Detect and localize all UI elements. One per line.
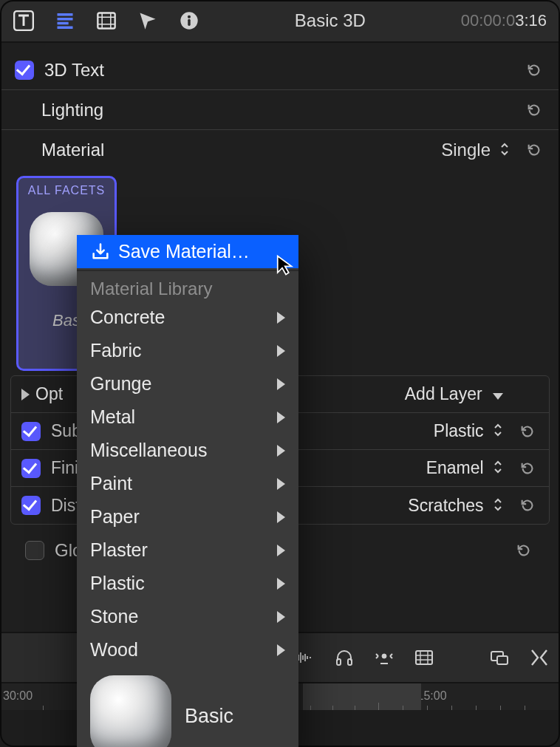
submenu-arrow-icon (277, 578, 285, 590)
menu-item-paint[interactable]: Paint (77, 467, 298, 500)
checkbox-glow[interactable] (25, 541, 44, 560)
menu-item-grunge[interactable]: Grunge (77, 367, 298, 400)
menu-item-stone[interactable]: Stone (77, 600, 298, 633)
reset-substance[interactable] (516, 420, 539, 443)
timecode-length: 3:16 (515, 11, 547, 30)
submenu-arrow-icon (277, 611, 285, 623)
checkbox-3d-text[interactable] (15, 61, 34, 80)
material-value[interactable]: Single (441, 140, 510, 160)
substance-value-text: Plastic (434, 421, 484, 440)
timecode: 00:00:03:16 (461, 11, 547, 30)
finish-value-text: Enamel (426, 458, 484, 477)
submenu-arrow-icon (277, 478, 285, 490)
row-3d-text: 3D Text (0, 50, 560, 90)
save-tray-icon (90, 242, 111, 262)
add-layer-button[interactable]: Add Layer (405, 384, 503, 404)
label-lighting: Lighting (41, 100, 510, 120)
facet-header: ALL FACETS (23, 184, 110, 197)
svg-rect-5 (337, 659, 341, 665)
menu-save-material[interactable]: Save Material… (77, 235, 298, 268)
svg-rect-6 (348, 659, 352, 665)
text-tool-icon[interactable] (13, 10, 34, 31)
chevron-updown-icon (493, 458, 503, 478)
menu-item-plaster[interactable]: Plaster (77, 533, 298, 567)
reset-glow[interactable] (513, 539, 535, 562)
chevron-down-icon (493, 393, 503, 400)
paragraph-tool-icon[interactable] (55, 10, 75, 31)
headphones-icon[interactable] (331, 644, 358, 671)
menu-item-wood[interactable]: Wood (77, 633, 298, 666)
material-popup: Save Material… Material Library Concrete… (77, 235, 298, 747)
mouse-cursor-icon (275, 254, 297, 279)
skimming-icon[interactable] (371, 644, 397, 671)
submenu-arrow-icon (277, 445, 285, 457)
menu-item-plastic[interactable]: Plastic (77, 567, 298, 600)
submenu-arrow-icon (277, 545, 285, 556)
svg-rect-10 (497, 656, 508, 664)
menu-item-fabric[interactable]: Fabric (77, 334, 298, 367)
checkbox-distress[interactable] (21, 496, 41, 515)
arrow-tool-icon[interactable] (137, 10, 158, 31)
reset-finish[interactable] (516, 457, 539, 480)
menu-item-paper[interactable]: Paper (77, 500, 298, 533)
svg-rect-4 (188, 19, 191, 26)
label-3d-text: 3D Text (44, 60, 510, 81)
reset-3d-text[interactable] (523, 59, 545, 81)
substance-value[interactable]: Plastic (434, 421, 503, 441)
menu-item-concrete[interactable]: Concrete (77, 301, 298, 334)
checkbox-finish[interactable] (21, 459, 41, 478)
material-sphere-icon (90, 675, 171, 747)
submenu-arrow-icon (277, 644, 285, 656)
chevron-updown-icon (493, 421, 503, 441)
add-layer-label: Add Layer (405, 384, 482, 403)
submenu-arrow-icon (277, 412, 285, 423)
svg-point-7 (382, 654, 386, 658)
distress-value[interactable]: Scratches (408, 496, 503, 516)
svg-rect-1 (98, 13, 115, 29)
menu-item-basic[interactable]: Basic (77, 666, 298, 747)
menu-separator (77, 270, 298, 271)
menu-item-miscellaneous[interactable]: Miscellaneous (77, 434, 298, 467)
submenu-arrow-icon (277, 378, 285, 390)
timecode-prefix: 00:00:0 (461, 11, 515, 30)
full-screen-icon[interactable] (526, 644, 553, 671)
inspector-topbar: Basic 3D 00:00:03:16 (0, 0, 560, 43)
reset-material[interactable] (523, 139, 545, 161)
inspector-title: Basic 3D (199, 10, 461, 31)
row-lighting[interactable]: Lighting (0, 90, 560, 130)
label-material: Material (41, 140, 441, 160)
reset-distress[interactable] (516, 494, 539, 516)
menu-save-material-label: Save Material… (118, 241, 250, 262)
svg-point-3 (188, 16, 191, 18)
secondary-display-icon[interactable] (486, 644, 513, 671)
material-value-text: Single (441, 140, 491, 160)
svg-rect-8 (416, 651, 432, 664)
topbar-icon-group (13, 10, 199, 31)
filmstrip-icon[interactable] (411, 644, 437, 671)
submenu-arrow-icon (277, 312, 285, 324)
chevron-updown-icon (493, 496, 503, 516)
checkbox-substance[interactable] (21, 422, 41, 441)
distress-value-text: Scratches (408, 496, 483, 515)
menu-section-label: Material Library (77, 276, 298, 301)
info-circle-icon[interactable] (179, 10, 199, 31)
menu-item-metal[interactable]: Metal (77, 400, 298, 434)
chevron-updown-icon (499, 140, 510, 160)
ruler-label-left: 30:00 (3, 689, 33, 703)
disclosure-triangle-icon[interactable] (21, 389, 30, 400)
submenu-arrow-icon (277, 345, 285, 357)
menu-item-basic-label: Basic (185, 705, 233, 728)
reset-lighting[interactable] (523, 99, 545, 121)
video-tool-icon[interactable] (96, 10, 117, 31)
submenu-arrow-icon (277, 511, 285, 523)
row-material[interactable]: Material Single (0, 130, 560, 170)
finish-value[interactable]: Enamel (426, 458, 503, 478)
